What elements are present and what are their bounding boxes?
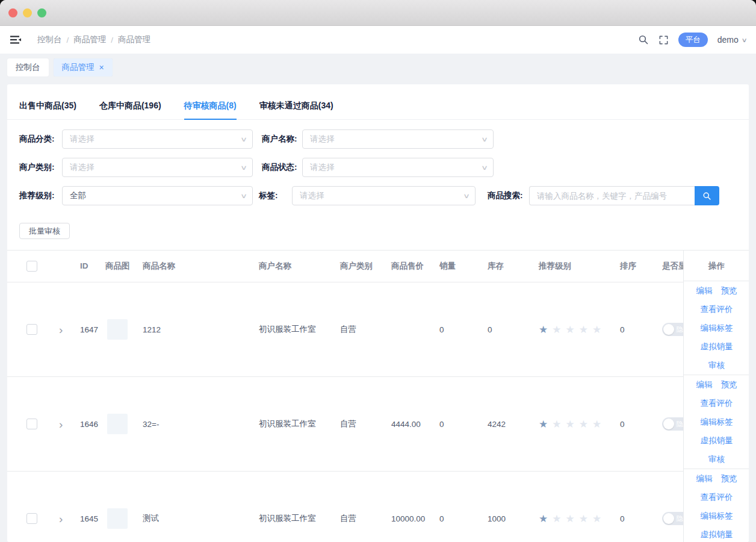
- select-placeholder: 请选择: [70, 134, 94, 143]
- row-actions: 编辑 预览 查看评价 编辑标签 虚拟销量 审核: [684, 469, 749, 542]
- tag-console[interactable]: 控制台: [7, 58, 49, 76]
- status-tabs: 出售中商品(35) 仓库中商品(196) 待审核商品(8) 审核未通过商品(34…: [7, 84, 749, 120]
- virtual-sales-link[interactable]: 虚拟销量: [701, 529, 733, 540]
- col-header-actions: 操作: [684, 250, 749, 281]
- edit-labels-link[interactable]: 编辑标签: [701, 323, 733, 334]
- star-icon: ★: [552, 514, 561, 524]
- product-image: [107, 414, 128, 434]
- search-icon[interactable]: [638, 34, 649, 45]
- filter-label: 商品状态:: [262, 158, 297, 177]
- cell-price: 10000.00: [391, 514, 425, 523]
- product-search-input[interactable]: [529, 186, 695, 205]
- col-header-sales: 销量: [439, 251, 456, 282]
- review-link[interactable]: 审核: [708, 454, 725, 465]
- search-submit-button[interactable]: [695, 186, 719, 205]
- recommend-level-select[interactable]: 全部 ∨: [62, 186, 253, 205]
- breadcrumb: 控制台 / 商品管理 / 商品管理: [37, 34, 150, 45]
- breadcrumb-separator: /: [111, 36, 113, 45]
- close-icon[interactable]: ×: [99, 58, 104, 76]
- edit-link[interactable]: 编辑: [696, 379, 713, 390]
- rating-stars[interactable]: ★ ★ ★ ★ ★: [539, 325, 601, 335]
- app-window: 控制台 / 商品管理 / 商品管理 平台 demo ∨: [0, 0, 756, 542]
- expand-row-icon[interactable]: ›: [59, 419, 63, 430]
- cell-id: 1646: [80, 420, 98, 429]
- app-header: 控制台 / 商品管理 / 商品管理 平台 demo ∨: [0, 26, 756, 54]
- action-column: 操作 编辑 预览 查看评价 编辑标签 虚拟销量 审核 编辑 预览: [683, 250, 749, 542]
- star-icon: ★: [552, 325, 561, 335]
- user-name: demo: [717, 35, 739, 45]
- edit-labels-link[interactable]: 编辑标签: [701, 417, 733, 428]
- star-icon: ★: [566, 325, 575, 335]
- category-select[interactable]: 请选择 ∨: [62, 129, 253, 149]
- product-table: ID 商品图 商品名称 商户名称 商户类别 商品售价 销量 库存 推荐级别 排序…: [7, 250, 749, 542]
- sidebar-collapse-icon[interactable]: [10, 35, 22, 45]
- cell-price: 4444.00: [391, 420, 421, 429]
- tab-onsale[interactable]: 出售中商品(35): [19, 101, 76, 119]
- virtual-sales-link[interactable]: 虚拟销量: [701, 435, 733, 446]
- cell-merchant-type: 自营: [340, 513, 356, 524]
- virtual-sales-link[interactable]: 虚拟销量: [701, 341, 733, 352]
- row-checkbox[interactable]: [26, 513, 37, 524]
- col-header-stock: 库存: [488, 251, 504, 282]
- table-row: › 1646 32=- 初识服装工作室 自营 4444.00 0 4242 ★ …: [7, 377, 749, 472]
- cell-merchant: 初识服装工作室: [259, 324, 316, 335]
- rating-stars[interactable]: ★ ★ ★ ★ ★: [539, 514, 601, 524]
- zoom-window-icon[interactable]: [37, 8, 46, 17]
- minimize-window-icon[interactable]: [23, 8, 32, 17]
- breadcrumb-item[interactable]: 商品管理: [73, 34, 106, 45]
- review-link[interactable]: 审核: [708, 360, 725, 371]
- view-reviews-link[interactable]: 查看评价: [701, 398, 733, 409]
- cell-sales: 0: [439, 420, 444, 429]
- row-checkbox[interactable]: [26, 419, 37, 429]
- view-reviews-link[interactable]: 查看评价: [701, 492, 733, 503]
- batch-review-button[interactable]: 批量审核: [19, 223, 70, 239]
- cell-merchant: 初识服装工作室: [259, 419, 316, 429]
- product-status-select[interactable]: 请选择 ∨: [302, 158, 494, 177]
- star-icon: ★: [539, 325, 548, 335]
- tab-rejected[interactable]: 审核未通过商品(34): [259, 101, 333, 119]
- col-header-merchant-type: 商户类别: [340, 251, 373, 282]
- select-placeholder: 请选择: [310, 163, 335, 172]
- cell-stock: 4242: [488, 420, 506, 429]
- star-icon: ★: [592, 325, 601, 335]
- select-all-checkbox[interactable]: [26, 261, 37, 272]
- toggle-knob: [663, 419, 674, 429]
- row-actions: 编辑 预览 查看评价 编辑标签 虚拟销量 审核: [684, 281, 749, 375]
- close-window-icon[interactable]: [8, 8, 17, 17]
- expand-row-icon[interactable]: ›: [59, 513, 63, 525]
- filter-label: 商户类别:: [19, 158, 55, 177]
- preview-link[interactable]: 预览: [721, 473, 737, 484]
- star-icon: ★: [539, 514, 548, 524]
- toggle-knob: [663, 324, 674, 335]
- tab-warehouse[interactable]: 仓库中商品(196): [99, 101, 161, 119]
- row-checkbox[interactable]: [26, 324, 37, 335]
- tag-label: 商品管理: [62, 58, 94, 76]
- cell-sort: 0: [620, 325, 625, 334]
- label-select[interactable]: 请选择 ∨: [292, 186, 476, 205]
- col-header-sort: 排序: [620, 251, 636, 282]
- user-dropdown[interactable]: demo ∨: [717, 35, 746, 45]
- breadcrumb-item[interactable]: 控制台: [37, 34, 62, 45]
- select-placeholder: 请选择: [70, 163, 94, 172]
- merchant-name-select[interactable]: 请选择 ∨: [302, 129, 494, 149]
- tag-product-management[interactable]: 商品管理 ×: [54, 58, 113, 76]
- preview-link[interactable]: 预览: [721, 285, 737, 296]
- tab-pending-review[interactable]: 待审核商品(8): [184, 101, 237, 119]
- edit-link[interactable]: 编辑: [696, 285, 713, 296]
- cell-sort: 0: [620, 420, 625, 429]
- rating-stars[interactable]: ★ ★ ★ ★ ★: [539, 419, 601, 429]
- table-row: › 1647 1212 初识服装工作室 自营 0 0 ★ ★ ★ ★ ★ 0: [7, 282, 749, 377]
- chevron-down-icon: ∨: [240, 187, 247, 205]
- filter-label: 商品分类:: [19, 129, 55, 149]
- preview-link[interactable]: 预览: [721, 379, 737, 390]
- edit-labels-link[interactable]: 编辑标签: [701, 511, 733, 522]
- edit-link[interactable]: 编辑: [696, 473, 713, 484]
- fullscreen-icon[interactable]: [658, 35, 669, 45]
- view-reviews-link[interactable]: 查看评价: [701, 304, 733, 315]
- select-placeholder: 请选择: [300, 191, 324, 200]
- cell-merchant: 初识服装工作室: [259, 513, 316, 524]
- expand-row-icon[interactable]: ›: [59, 324, 63, 335]
- toggle-knob: [663, 513, 674, 524]
- cell-merchant-type: 自营: [340, 324, 356, 335]
- merchant-type-select[interactable]: 请选择 ∨: [62, 158, 253, 177]
